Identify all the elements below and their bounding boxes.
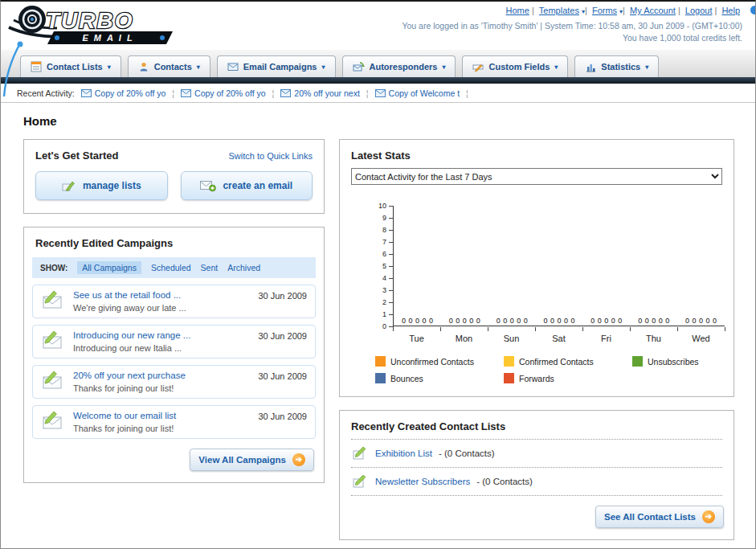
chevron-down-icon: ▾ (197, 64, 200, 71)
recent-activity-link[interactable]: Copy of Welcome t (389, 88, 460, 98)
logo-needle-decoration (1, 40, 25, 98)
contacts-icon (138, 61, 149, 72)
nav-separator: | (714, 6, 717, 15)
activity-separator: ¦ (366, 88, 369, 98)
envelope-icon (81, 89, 92, 97)
legend-swatch (375, 373, 386, 383)
campaign-subtitle: We're giving away our late ... (73, 303, 250, 313)
chart-y-tick-label: 9 (382, 214, 386, 222)
campaign-date: 30 Jun 2009 (258, 411, 307, 421)
tab-label: Custom Fields (488, 62, 550, 72)
see-all-contact-lists-button[interactable]: See All Contact Lists ➔ (595, 506, 724, 528)
recent-activity-label: Recent Activity: (17, 88, 75, 98)
chart-y-tick-label: 1 (382, 310, 386, 318)
campaigns-title: Recently Edited Campaigns (35, 237, 173, 249)
get-started-title: Let's Get Started (35, 150, 119, 162)
campaign-subtitle: Thanks for joining our list! (73, 424, 250, 433)
chevron-down-icon: ▾ (645, 64, 648, 71)
nav-separator: | (532, 6, 534, 15)
right-column: Latest Stats Contact Activity for the La… (339, 139, 734, 549)
left-column: Let's Get Started Switch to Quick Links … (23, 139, 325, 496)
view-all-campaigns-button[interactable]: View All Campaigns ➔ (190, 449, 314, 471)
campaign-subtitle: Introducing our new Italia ... (73, 343, 250, 353)
contact-list-count: - (0 Contacts) (476, 477, 533, 486)
filter-all-campaigns[interactable]: All Campaigns (77, 261, 141, 274)
contact-lists-panel: Recently Created Contact Lists Exhibitio… (339, 410, 734, 540)
chart-y-tick-label: 3 (382, 286, 386, 294)
chart-value-labels: 0 0 0 0 0 (488, 317, 536, 325)
legend-swatch (504, 373, 514, 383)
contact-list-count: - (0 Contacts) (439, 449, 495, 458)
campaign-title-link[interactable]: Introducing our new range ... (73, 330, 250, 340)
custom-fields-icon (472, 61, 484, 72)
credits-text: You have 1,000 total credits left. (402, 33, 742, 43)
chart-y-tick-label: 10 (378, 202, 386, 210)
logout-link[interactable]: Logout (685, 6, 713, 15)
chart-x-tick-label: Mon (440, 331, 488, 343)
login-status-text: You are logged in as 'Timothy Smith' | S… (402, 21, 742, 31)
legend-label: Forwards (519, 374, 554, 383)
envelope-icon (375, 89, 386, 97)
nav-separator: | (678, 6, 680, 15)
filter-sent[interactable]: Sent (201, 263, 219, 272)
legend-swatch (375, 356, 386, 367)
recent-activity-item: 20% off your next (280, 88, 360, 98)
contact-list-link[interactable]: Exhibition List (375, 449, 432, 458)
tab-contacts[interactable]: Contacts ▾ (128, 55, 210, 77)
switch-quick-links-link[interactable]: Switch to Quick Links (228, 151, 313, 161)
filter-archived[interactable]: Archived (227, 263, 260, 272)
manage-lists-label: manage lists (83, 180, 141, 191)
tab-statistics[interactable]: Statistics ▾ (574, 55, 659, 77)
legend-label: Confirmed Contacts (519, 357, 594, 367)
templates-dropdown-link[interactable]: Templates (539, 6, 579, 15)
page: TURBO EMAIL Home| Templates▾| Forms▾| My… (0, 0, 756, 549)
chart-y-tick-label: 2 (382, 298, 386, 306)
contact-list-link[interactable]: Newsletter Subscribers (375, 477, 470, 486)
tab-label: Contacts (154, 62, 192, 72)
stats-period-select[interactable]: Contact Activity for the Last 7 Days (351, 168, 722, 185)
chart-y-tick-label: 4 (382, 274, 386, 282)
tab-custom-fields[interactable]: Custom Fields ▾ (462, 55, 568, 77)
chart-plot: 0 0 0 0 00 0 0 0 00 0 0 0 00 0 0 0 00 0 … (393, 206, 725, 326)
main-content: Home Let's Get Started Switch to Quick L… (1, 103, 755, 549)
campaign-row: Introducing our new range ... Introducin… (32, 325, 316, 358)
tab-contact-lists[interactable]: Contact Lists ▾ (20, 55, 121, 77)
recent-activity-link[interactable]: 20% off your next (294, 88, 360, 98)
nav-divider-bar (1, 77, 755, 84)
chart-value-labels: 0 0 0 0 0 (677, 317, 725, 325)
legend-swatch (504, 356, 514, 367)
recent-activity-link[interactable]: Copy of 20% off yo (194, 88, 266, 98)
chart-y-tick-label: 6 (382, 250, 386, 258)
logo-text-email: EMAIL (82, 33, 137, 43)
create-email-button[interactable]: create an email (181, 171, 313, 200)
chart-x-tick-label: Tue (393, 331, 440, 343)
tab-autoresponders[interactable]: Autoresponders ▾ (342, 55, 456, 77)
stats-title: Latest Stats (351, 150, 411, 162)
campaign-title-link[interactable]: 20% off your next purchase (73, 371, 250, 380)
campaign-title-link[interactable]: Welcome to our email list (73, 411, 250, 420)
campaign-edit-icon (41, 411, 65, 432)
my-account-link[interactable]: My Account (630, 6, 676, 15)
chart-y-tick-label: 0 (382, 322, 386, 330)
view-all-campaigns-label: View All Campaigns (198, 455, 286, 465)
arrow-right-icon: ➔ (292, 453, 305, 466)
campaign-row: See us at the retail food ... We're givi… (32, 285, 316, 318)
turbo-email-logo: TURBO EMAIL (7, 3, 208, 51)
pencil-paper-icon (62, 179, 76, 192)
legend-label: Bounces (390, 374, 423, 383)
chart-y-tick-label: 8 (382, 226, 386, 234)
tab-label: Email Campaigns (243, 62, 317, 72)
nav-link-home[interactable]: Home (506, 6, 529, 15)
tab-email-campaigns[interactable]: Email Campaigns ▾ (217, 55, 336, 77)
campaign-title-link[interactable]: See us at the retail food ... (73, 290, 250, 300)
campaign-date: 30 Jun 2009 (258, 330, 307, 341)
corner-dot-decoration (750, 6, 756, 14)
help-link[interactable]: Help (721, 6, 740, 15)
manage-lists-button[interactable]: manage lists (35, 171, 168, 200)
legend-item-forwards: Forwards (504, 373, 632, 383)
forms-dropdown-link[interactable]: Forms (592, 6, 617, 15)
recent-activity-link[interactable]: Copy of 20% off yo (95, 88, 166, 98)
filter-scheduled[interactable]: Scheduled (151, 263, 191, 272)
chart-x-tick-label: Thu (630, 331, 677, 343)
chart-y-tick-marks (389, 206, 394, 327)
